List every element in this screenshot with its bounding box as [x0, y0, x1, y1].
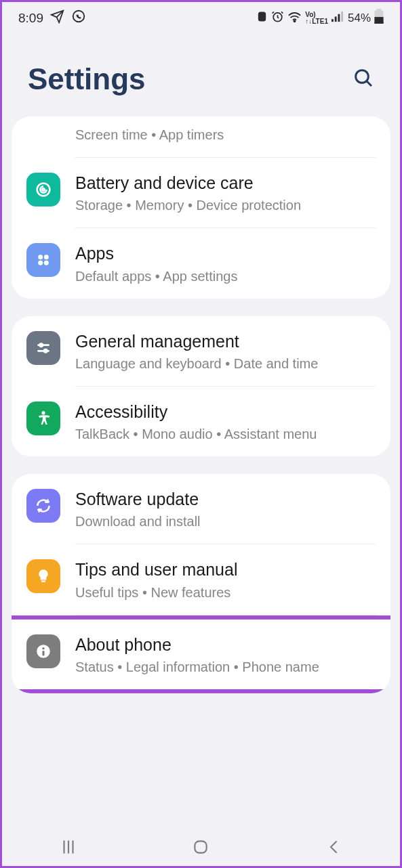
svg-point-15 — [42, 188, 45, 191]
status-left: 8:09 — [18, 9, 86, 27]
svg-rect-1 — [258, 12, 266, 21]
item-title: Apps — [75, 243, 376, 264]
svg-point-21 — [40, 343, 43, 346]
page-title: Settings — [28, 62, 146, 96]
tips-icon — [26, 559, 60, 593]
settings-item-apps[interactable]: Apps Default apps • App settings — [12, 228, 390, 298]
settings-item-accessibility[interactable]: Accessibility TalkBack • Mono audio • As… — [12, 387, 390, 456]
svg-point-24 — [41, 411, 45, 414]
wifi-icon — [287, 11, 302, 26]
svg-rect-6 — [338, 14, 340, 21]
back-button[interactable] — [306, 838, 361, 856]
settings-item-tips[interactable]: Tips and user manual Useful tips • New f… — [12, 544, 390, 614]
svg-point-19 — [44, 261, 49, 265]
apps-icon — [26, 243, 60, 277]
svg-point-23 — [44, 349, 47, 352]
item-title: Battery and device care — [75, 173, 376, 194]
alarm-icon — [271, 10, 284, 26]
settings-item-about-phone[interactable]: About phone Status • Legal information •… — [12, 620, 390, 689]
battery-pct: 54% — [348, 12, 371, 25]
item-subtitle: TalkBack • Mono audio • Assistant menu — [75, 425, 376, 443]
item-subtitle: Status • Legal information • Phone name — [75, 658, 376, 676]
status-right: Vo)↑↓LTE1 54% — [256, 9, 384, 27]
item-subtitle: Useful tips • New features — [75, 584, 376, 601]
update-icon — [26, 489, 60, 523]
item-subtitle: Screen time • App timers — [75, 126, 376, 144]
settings-item-screentime[interactable]: Screen time • App timers — [12, 116, 390, 157]
settings-group: Screen time • App timers Battery and dev… — [12, 116, 390, 299]
svg-rect-32 — [195, 841, 207, 852]
item-title: Tips and user manual — [75, 559, 376, 580]
status-time: 8:09 — [18, 11, 43, 26]
telegram-icon — [50, 9, 64, 27]
accessibility-icon — [26, 402, 60, 435]
item-subtitle: Language and keyboard • Date and time — [75, 355, 376, 372]
svg-rect-25 — [41, 581, 46, 582]
status-bar: 8:09 Vo)↑↓LTE1 54% — [2, 2, 400, 30]
svg-point-0 — [73, 11, 85, 22]
navigation-bar — [2, 828, 400, 866]
item-subtitle: Storage • Memory • Device protection — [75, 196, 376, 214]
settings-group: General management Language and keyboard… — [12, 316, 390, 457]
svg-point-18 — [38, 261, 43, 265]
svg-rect-5 — [335, 16, 337, 22]
search-button[interactable] — [353, 67, 374, 91]
highlighted-item: About phone Status • Legal information •… — [12, 615, 390, 693]
item-subtitle: Default apps • App settings — [75, 267, 376, 285]
settings-group: Software update Download and install Tip… — [12, 474, 390, 693]
settings-item-general-management[interactable]: General management Language and keyboard… — [12, 316, 390, 386]
svg-point-27 — [42, 647, 44, 649]
item-title: About phone — [75, 634, 376, 655]
settings-item-battery-care[interactable]: Battery and device care Storage • Memory… — [12, 158, 390, 227]
item-title: Software update — [75, 489, 376, 510]
lte-indicator: Vo)↑↓LTE1 — [305, 12, 328, 25]
item-subtitle: Download and install — [75, 513, 376, 530]
svg-point-17 — [44, 255, 49, 259]
sliders-icon — [26, 331, 60, 365]
item-title: General management — [75, 331, 376, 352]
battery-care-icon — [26, 173, 60, 207]
svg-rect-28 — [42, 650, 44, 655]
settings-item-software-update[interactable]: Software update Download and install — [12, 474, 390, 544]
home-button[interactable] — [174, 838, 228, 856]
svg-point-3 — [294, 20, 296, 22]
page-header: Settings — [2, 30, 400, 116]
whatsapp-icon — [71, 9, 86, 27]
svg-rect-7 — [341, 11, 343, 21]
info-icon — [26, 634, 60, 668]
item-title: Accessibility — [75, 402, 376, 422]
svg-rect-11 — [377, 9, 382, 11]
signal-icon — [331, 11, 344, 26]
battery-icon — [374, 9, 384, 27]
notification-icon — [256, 11, 268, 26]
svg-line-13 — [367, 81, 371, 86]
recents-button[interactable] — [41, 838, 96, 856]
svg-rect-4 — [331, 19, 334, 22]
svg-point-16 — [38, 255, 43, 259]
svg-point-12 — [356, 70, 369, 83]
svg-rect-10 — [374, 22, 383, 24]
